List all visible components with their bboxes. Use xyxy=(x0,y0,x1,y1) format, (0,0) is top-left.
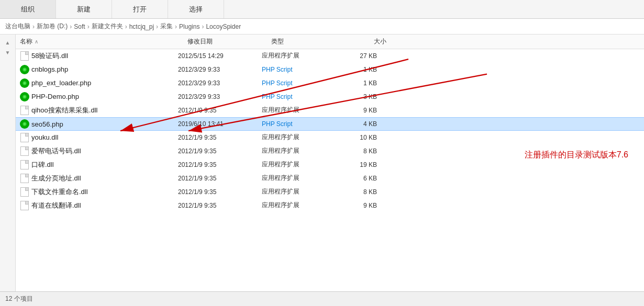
table-row[interactable]: 58验证码.dll2012/5/15 14:29应用程序扩展27 KB xyxy=(16,49,644,63)
file-type-cell-7: 应用程序扩展 xyxy=(262,146,335,155)
table-row[interactable]: qihoo搜索结果采集.dll2012/1/9 9:35应用程序扩展9 KB xyxy=(16,104,644,117)
file-name-cell-9: 生成分页地址.dll xyxy=(20,174,178,183)
file-type-cell-6: 应用程序扩展 xyxy=(262,133,335,142)
file-type-cell-8: 应用程序扩展 xyxy=(262,160,335,169)
breadcrumb-sep-1: › xyxy=(70,23,72,30)
breadcrumb-sep-4: › xyxy=(156,23,158,30)
file-size-cell-2: 1 KB xyxy=(335,80,377,87)
file-name-label: 有道在线翻译.dll xyxy=(31,201,81,210)
file-type-cell-9: 应用程序扩展 xyxy=(262,174,335,183)
file-name-label: qihoo搜索结果采集.dll xyxy=(31,106,97,115)
toolbar-item-选择[interactable]: 选择 xyxy=(168,0,224,18)
file-name-label: 58验证码.dll xyxy=(31,51,68,61)
file-rows: 58验证码.dll2012/5/15 14:29应用程序扩展27 KBcnblo… xyxy=(16,49,644,212)
file-size-cell-9: 6 KB xyxy=(335,175,377,182)
file-date-cell-5: 2019/6/10 13:41 xyxy=(178,120,262,128)
php-icon xyxy=(20,65,29,74)
breadcrumb-sep-3: › xyxy=(125,23,127,30)
file-size-cell-0: 27 KB xyxy=(335,52,377,60)
breadcrumb-item-7[interactable]: LocoySpider xyxy=(206,23,241,30)
breadcrumb-sep-5: › xyxy=(175,23,177,30)
file-date-cell-1: 2012/3/29 9:33 xyxy=(178,66,262,73)
breadcrumb-item-5[interactable]: 采集 xyxy=(160,22,173,31)
dll-icon xyxy=(20,106,29,115)
table-row[interactable]: cnblogs.php2012/3/29 9:33PHP Script1 KB xyxy=(16,63,644,76)
file-date-cell-0: 2012/5/15 14:29 xyxy=(178,52,262,60)
file-list-container: 名称 ∧ 修改日期 类型 大小 58验证码.dll2012/5/15 14:29… xyxy=(16,35,644,291)
breadcrumb-sep-6: › xyxy=(202,23,204,30)
file-name-label: seo56.php xyxy=(31,120,63,128)
status-bar: 12 个项目 xyxy=(0,291,644,306)
file-type-cell-1: PHP Script xyxy=(262,66,335,73)
file-size-cell-6: 10 KB xyxy=(335,134,377,141)
file-name-label: 爱帮电话号码.dll xyxy=(31,146,81,156)
table-row[interactable]: seo56.php2019/6/10 13:41PHP Script4 KB xyxy=(16,117,644,131)
file-name-label: 口碑.dll xyxy=(31,160,54,169)
file-date-cell-6: 2012/1/9 9:35 xyxy=(178,134,262,141)
file-date-cell-7: 2012/1/9 9:35 xyxy=(178,148,262,155)
nav-up-arrow[interactable]: ▲ xyxy=(5,40,10,46)
breadcrumb-item-0[interactable]: 这台电脑 xyxy=(5,22,30,31)
table-row[interactable]: youku.dll2012/1/9 9:35应用程序扩展10 KB xyxy=(16,131,644,144)
dll-icon xyxy=(20,146,29,156)
table-row[interactable]: php_ext_loader.php2012/3/29 9:33PHP Scri… xyxy=(16,76,644,90)
file-type-cell-0: 应用程序扩展 xyxy=(262,51,335,60)
dll-icon xyxy=(20,174,29,183)
table-row[interactable]: 下载文件重命名.dll2012/1/9 9:35应用程序扩展8 KB xyxy=(16,185,644,199)
file-name-cell-4: qihoo搜索结果采集.dll xyxy=(20,106,178,115)
file-name-cell-11: 有道在线翻译.dll xyxy=(20,201,178,210)
nav-down-arrow[interactable]: ▼ xyxy=(5,50,10,55)
file-date-cell-3: 2012/3/29 9:33 xyxy=(178,93,262,100)
file-size-cell-11: 9 KB xyxy=(335,202,377,209)
dll-icon xyxy=(20,51,29,61)
file-size-cell-4: 9 KB xyxy=(335,107,377,114)
file-type-cell-3: PHP Script xyxy=(262,93,335,100)
file-size-cell-3: 3 KB xyxy=(335,93,377,100)
file-size-cell-10: 8 KB xyxy=(335,188,377,196)
breadcrumb-item-1[interactable]: 新加卷 (D:) xyxy=(37,22,68,31)
toolbar-item-组织[interactable]: 组织 xyxy=(0,0,56,18)
col-date-header[interactable]: 修改日期 xyxy=(187,37,271,46)
col-name-header[interactable]: 名称 ∧ xyxy=(20,37,187,46)
file-size-cell-8: 19 KB xyxy=(335,161,377,168)
annotation-text: 注册插件的目录测试版本7.6 xyxy=(525,150,628,161)
toolbar-item-打开[interactable]: 打开 xyxy=(112,0,168,18)
file-date-cell-9: 2012/1/9 9:35 xyxy=(178,175,262,182)
table-row[interactable]: PHP-Demo.php2012/3/29 9:33PHP Script3 KB xyxy=(16,90,644,104)
file-name-label: php_ext_loader.php xyxy=(31,79,91,87)
php-icon xyxy=(20,92,29,101)
file-name-cell-10: 下载文件重命名.dll xyxy=(20,187,178,197)
sort-arrow-icon: ∧ xyxy=(35,39,38,44)
file-name-cell-5: seo56.php xyxy=(20,119,178,129)
breadcrumb-item-6[interactable]: Plugins xyxy=(179,23,199,30)
breadcrumb-item-4[interactable]: hctcjq_pj xyxy=(129,23,154,30)
breadcrumb: 这台电脑›新加卷 (D:)›Soft›新建文件夹›hctcjq_pj›采集›Pl… xyxy=(0,19,644,35)
file-name-cell-3: PHP-Demo.php xyxy=(20,92,178,101)
breadcrumb-sep-0: › xyxy=(32,23,35,30)
file-size-cell-5: 4 KB xyxy=(335,120,377,128)
breadcrumb-item-3[interactable]: 新建文件夹 xyxy=(92,22,123,31)
dll-icon xyxy=(20,201,29,210)
php-icon xyxy=(20,78,29,88)
file-name-label: 生成分页地址.dll xyxy=(31,174,81,183)
file-date-cell-4: 2012/1/9 9:35 xyxy=(178,107,262,114)
file-date-cell-8: 2012/1/9 9:35 xyxy=(178,161,262,168)
main-content: ▲ ▼ 名称 ∧ 修改日期 类型 大小 58验证码.dll2012/5/15 1… xyxy=(0,35,644,291)
file-name-cell-7: 爱帮电话号码.dll xyxy=(20,146,178,156)
table-row[interactable]: 生成分页地址.dll2012/1/9 9:35应用程序扩展6 KB xyxy=(16,172,644,185)
file-date-cell-11: 2012/1/9 9:35 xyxy=(178,202,262,209)
file-type-cell-4: 应用程序扩展 xyxy=(262,106,335,115)
file-name-cell-1: cnblogs.php xyxy=(20,65,178,74)
col-type-header[interactable]: 类型 xyxy=(271,37,345,46)
status-text: 12 个项目 xyxy=(5,294,33,303)
file-type-cell-5: PHP Script xyxy=(262,120,335,128)
breadcrumb-item-2[interactable]: Soft xyxy=(74,23,85,30)
file-type-cell-11: 应用程序扩展 xyxy=(262,201,335,210)
file-type-cell-2: PHP Script xyxy=(262,80,335,87)
dll-icon xyxy=(20,187,29,197)
table-row[interactable]: 有道在线翻译.dll2012/1/9 9:35应用程序扩展9 KB xyxy=(16,199,644,212)
col-size-header[interactable]: 大小 xyxy=(345,37,386,46)
toolbar-item-新建[interactable]: 新建 xyxy=(56,0,112,18)
file-name-cell-0: 58验证码.dll xyxy=(20,51,178,61)
file-date-cell-2: 2012/3/29 9:33 xyxy=(178,80,262,87)
